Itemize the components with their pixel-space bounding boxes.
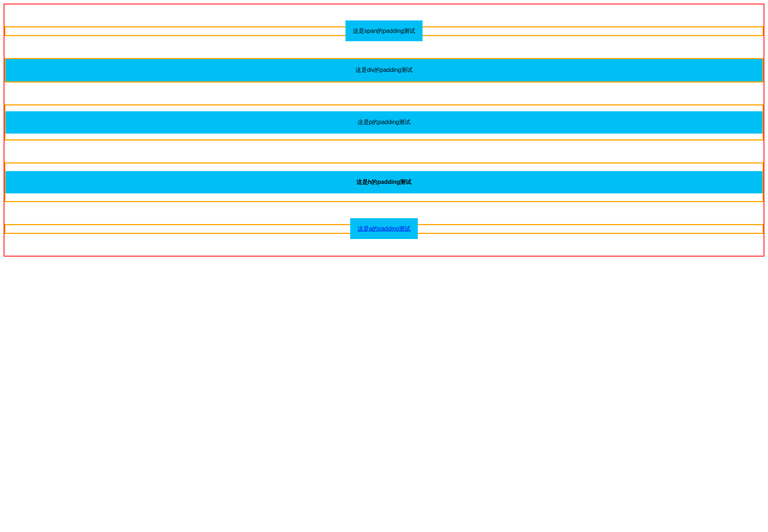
outer-container: 这是span的padding测试 这是div的padding测试 这是p的pad… [4,4,764,257]
row-h: 这是h的padding测试 [4,162,764,202]
span-padding-demo: 这是span的padding测试 [345,20,423,41]
div-padding-demo: 这是div的padding测试 [5,59,763,81]
h-padding-demo: 这是h的padding测试 [5,171,763,193]
row-span: 这是span的padding测试 [4,26,764,36]
p-padding-demo: 这是p的padding测试 [5,111,763,134]
row-a: 这是a的padding测试 [4,224,764,234]
a-padding-demo[interactable]: 这是a的padding测试 [350,218,418,239]
row-p: 这是p的padding测试 [4,104,764,140]
row-div: 这是div的padding测试 [4,58,764,82]
